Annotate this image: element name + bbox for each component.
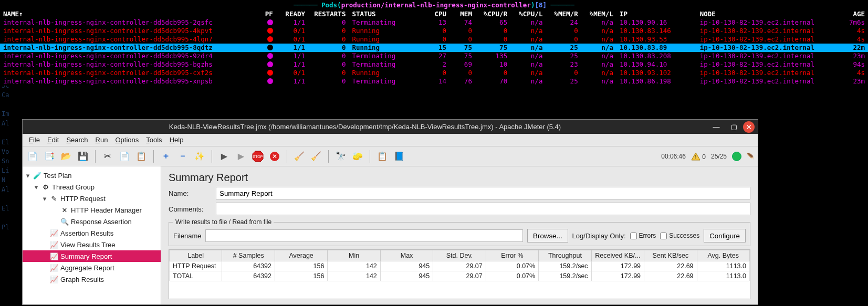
function-helper-icon[interactable]: 📋 xyxy=(375,150,389,163)
shutdown-icon[interactable]: ✕ xyxy=(268,150,281,163)
summary-header-row[interactable]: Label# SamplesAverageMinMaxStd. Dev.Erro… xyxy=(170,250,750,261)
menu-run[interactable]: Run xyxy=(92,135,111,145)
tree-twisty-icon[interactable]: ▾ xyxy=(33,183,39,191)
summary-col[interactable]: Label xyxy=(170,250,222,261)
summary-col[interactable]: Sent KB/sec xyxy=(644,250,697,261)
menu-tools[interactable]: Tools xyxy=(143,135,165,145)
plus-icon[interactable]: ＋ xyxy=(159,150,173,163)
tree-node[interactable]: 📈 View Results Tree xyxy=(23,239,161,250)
run-no-timers-icon[interactable]: ▶ xyxy=(234,150,248,163)
broom1-icon[interactable]: 🧹 xyxy=(292,150,306,163)
pod-row[interactable]: internal-nlb-ingress-nginx-controller-dd… xyxy=(0,52,868,60)
k9s-terminal: ────── Pods(production/internal-nlb-ingr… xyxy=(0,0,868,86)
copy-icon[interactable]: 📄 xyxy=(118,150,131,163)
summary-col[interactable]: Received KB/... xyxy=(591,250,644,261)
minus-icon[interactable]: － xyxy=(176,150,190,163)
menu-options[interactable]: Options xyxy=(112,135,142,145)
status-lamp-icon xyxy=(732,152,741,161)
menu-file[interactable]: File xyxy=(26,135,43,145)
configure-button[interactable]: Configure xyxy=(704,229,746,242)
clear-search-icon[interactable]: 🧽 xyxy=(351,150,364,163)
name-field[interactable] xyxy=(216,187,750,199)
menu-search[interactable]: Search xyxy=(63,135,91,145)
col-node[interactable]: NODE xyxy=(697,10,836,18)
search-icon[interactable]: 🔭 xyxy=(334,150,348,163)
menu-help[interactable]: Help xyxy=(166,135,187,145)
pod-row[interactable]: internal-nlb-ingress-nginx-controller-dd… xyxy=(0,35,868,44)
successes-checkbox[interactable]: Successes xyxy=(660,232,699,239)
pod-row[interactable]: internal-nlb-ingress-nginx-controller-dd… xyxy=(0,60,868,69)
new-icon[interactable]: 📄 xyxy=(26,150,39,163)
pods-header-row[interactable]: NAME↑ PF READY RESTARTS STATUS CPU MEM %… xyxy=(0,10,868,18)
jmeter-menubar[interactable]: FileEditSearchRunOptionsToolsHelp xyxy=(23,134,758,146)
wand-icon[interactable]: ✨ xyxy=(193,150,206,163)
templates-icon[interactable]: 📑 xyxy=(43,150,56,163)
minimize-button[interactable]: — xyxy=(709,122,723,132)
test-plan-tree[interactable]: ▾ 🧪 Test Plan ▾ ⚙ Thread Group ▾ ✎ HTTP … xyxy=(23,166,161,304)
help-icon[interactable]: 📘 xyxy=(392,150,406,163)
tree-twisty-icon[interactable]: ▾ xyxy=(25,172,31,180)
tree-node[interactable]: 📈 Assertion Results xyxy=(23,227,161,239)
run-icon[interactable]: ▶ xyxy=(217,150,231,163)
col-meml[interactable]: %MEM/L xyxy=(581,10,616,18)
col-age[interactable]: AGE xyxy=(836,10,868,18)
summary-col[interactable]: Max xyxy=(380,250,433,261)
col-restarts[interactable]: RESTARTS xyxy=(308,10,349,18)
save-icon[interactable]: 💾 xyxy=(76,150,90,163)
summary-col[interactable]: Average xyxy=(275,250,327,261)
open-icon[interactable]: 📂 xyxy=(59,150,73,163)
col-status[interactable]: STATUS xyxy=(349,10,424,18)
paste-icon[interactable]: 📋 xyxy=(134,150,148,163)
pod-row[interactable]: internal-nlb-ingress-nginx-controller-dd… xyxy=(0,77,868,86)
summary-col[interactable]: Min xyxy=(328,250,380,261)
summary-table[interactable]: Label# SamplesAverageMinMaxStd. Dev.Erro… xyxy=(169,249,750,299)
tree-node[interactable]: 🔍 Response Assertion xyxy=(23,216,161,227)
filename-field[interactable] xyxy=(205,229,523,242)
summary-col[interactable]: Throughput xyxy=(539,250,591,261)
menu-edit[interactable]: Edit xyxy=(44,135,62,145)
stop-icon[interactable]: STOP xyxy=(251,150,265,163)
browse-button[interactable]: Browse... xyxy=(527,229,568,242)
summary-col[interactable]: # Samples xyxy=(222,250,275,261)
col-pf[interactable]: PF xyxy=(257,10,276,18)
jmeter-titlebar[interactable]: Keda-NLB-ViewResultsTree.jmx (/home/will… xyxy=(23,120,758,134)
pod-row[interactable]: internal-nlb-ingress-nginx-controller-dd… xyxy=(0,27,868,35)
tree-node[interactable]: ▾ ✎ HTTP Request xyxy=(23,193,161,204)
pod-row[interactable]: internal-nlb-ingress-nginx-controller-dd… xyxy=(0,69,868,77)
col-ready[interactable]: READY xyxy=(276,10,308,18)
summary-row[interactable]: TOTAL6439215614294529.070.07%159.2/sec17… xyxy=(170,271,750,281)
summary-col[interactable]: Avg. Bytes xyxy=(697,250,749,261)
pod-row[interactable]: internal-nlb-ingress-nginx-controller-dd… xyxy=(0,18,868,27)
filename-label: Filename xyxy=(173,232,201,240)
comments-field[interactable] xyxy=(216,203,750,215)
broom2-icon[interactable]: 🧹 xyxy=(309,150,323,163)
cut-icon[interactable]: ✂ xyxy=(101,150,114,163)
col-mem[interactable]: MEM xyxy=(449,10,475,18)
tree-node[interactable]: ▾ ⚙ Thread Group xyxy=(23,181,161,193)
tree-node[interactable]: ▾ 🧪 Test Plan xyxy=(23,170,161,181)
maximize-button[interactable]: ▢ xyxy=(727,122,741,132)
col-cpul[interactable]: %CPU/L xyxy=(510,10,546,18)
errors-checkbox[interactable]: Errors xyxy=(630,232,656,239)
close-button[interactable]: ✕ xyxy=(743,121,755,133)
pods-table[interactable]: NAME↑ PF READY RESTARTS STATUS CPU MEM %… xyxy=(0,10,868,86)
pod-row[interactable]: internal-nlb-ingress-nginx-controller-dd… xyxy=(0,44,868,52)
col-memr[interactable]: %MEM/R xyxy=(546,10,581,18)
warning-indicator[interactable]: ! 0 xyxy=(691,152,706,161)
tree-node[interactable]: 📈 Summary Report xyxy=(23,250,161,262)
jmeter-toolbar[interactable]: 📄 📑 📂 💾 ✂ 📄 📋 ＋ － ✨ ▶ ▶ STOP ✕ 🧹 🧹 🔭 🧽 📋… xyxy=(23,146,758,166)
summary-row[interactable]: HTTP Request6439215614294529.070.07%159.… xyxy=(170,261,750,271)
tree-item-label: Aggregate Report xyxy=(60,264,114,272)
tree-twisty-icon[interactable]: ▾ xyxy=(41,195,48,203)
summary-col[interactable]: Std. Dev. xyxy=(433,250,486,261)
col-name[interactable]: NAME↑ xyxy=(0,10,257,18)
col-cpur[interactable]: %CPU/R xyxy=(475,10,510,18)
tree-node[interactable]: 📈 Graph Results xyxy=(23,273,161,285)
col-cpu[interactable]: CPU xyxy=(424,10,449,18)
summary-col[interactable]: Error % xyxy=(486,250,538,261)
tree-item-icon: 📈 xyxy=(50,252,58,260)
tree-node[interactable]: ✕ HTTP Header Manager xyxy=(23,204,161,216)
tree-node[interactable]: 📈 Aggregate Report xyxy=(23,262,161,273)
col-ip[interactable]: IP xyxy=(616,10,697,18)
tree-item-icon: ⚙ xyxy=(41,183,50,191)
